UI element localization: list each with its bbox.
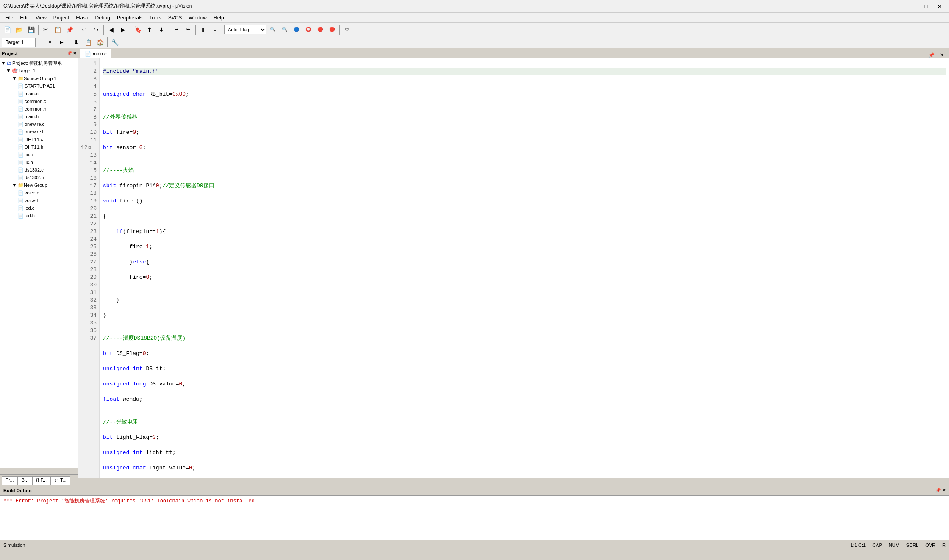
tb8[interactable]: ≡ bbox=[209, 24, 220, 35]
open-button[interactable]: 📂 bbox=[14, 24, 25, 35]
config-btn5[interactable]: 🔴 bbox=[315, 24, 326, 35]
project-scrollbar-x[interactable] bbox=[0, 468, 78, 474]
file-label-voice-c: voice.c bbox=[25, 190, 39, 195]
panel-close-btn[interactable]: ✕ bbox=[73, 51, 76, 55]
tree-file-iic-c[interactable]: 📄 iic.c bbox=[0, 151, 78, 158]
tab-functions[interactable]: {} F... bbox=[32, 476, 50, 485]
code-content[interactable]: #include "main.h" unsigned char RB_bit=0… bbox=[100, 58, 949, 478]
code-editor[interactable]: 1 2 3 4 5 6 7 8 9 10 11 12 ⊟ 13 14 15 16… bbox=[78, 58, 949, 478]
file-icon-startup: 📄 bbox=[18, 83, 24, 89]
menu-item-file[interactable]: File bbox=[2, 13, 17, 23]
save-button[interactable]: 💾 bbox=[25, 24, 36, 35]
tree-file-led-c[interactable]: 📄 led.c bbox=[0, 204, 78, 212]
menu-item-flash[interactable]: Flash bbox=[72, 13, 92, 23]
menu-item-edit[interactable]: Edit bbox=[17, 13, 32, 23]
editor-area: 📄 main.c 📌 ✕ 1 2 3 4 5 6 7 8 9 10 bbox=[78, 48, 949, 485]
menu-item-peripherals[interactable]: Peripherals bbox=[114, 13, 146, 23]
build-btn2[interactable]: ▶ bbox=[56, 37, 67, 48]
special-btn[interactable]: 🔧 bbox=[109, 37, 120, 48]
build-close-btn[interactable]: ✕ bbox=[942, 488, 946, 493]
tree-file-ds1302-h[interactable]: 📄 ds1302.h bbox=[0, 174, 78, 181]
status-left: Simulation bbox=[3, 543, 25, 548]
tab-file-icon: 📄 bbox=[85, 51, 91, 57]
maximize-button[interactable]: □ bbox=[920, 2, 932, 11]
menu-item-tools[interactable]: Tools bbox=[146, 13, 165, 23]
config-btn2[interactable]: 🔍 bbox=[279, 24, 290, 35]
cut-button[interactable]: ✂ bbox=[40, 24, 51, 35]
nav-fwd-button[interactable]: ▶ bbox=[117, 24, 128, 35]
tab-pin-btn[interactable]: 📌 bbox=[927, 52, 936, 58]
prev-bookmark-button[interactable]: ⬆ bbox=[144, 24, 155, 35]
build-output-panel: Build Output 📌 ✕ *** Error: Project '智能机… bbox=[0, 485, 949, 540]
tree-file-onewire-c[interactable]: 📄 onewire.c bbox=[0, 120, 78, 128]
statusbar: Simulation L:1 C:1 CAP NUM SCRL OVR R bbox=[0, 540, 949, 550]
tree-file-dht11-h[interactable]: 📄 DHT11.h bbox=[0, 143, 78, 151]
paste-button[interactable]: 📌 bbox=[64, 24, 75, 35]
tree-new-group[interactable]: ▼ 📁 New Group bbox=[0, 181, 78, 189]
menu-item-view[interactable]: View bbox=[32, 13, 50, 23]
build-error-text: *** Error: Project '智能机房管理系统' requires '… bbox=[3, 497, 946, 505]
file-label-main-c: main.c bbox=[25, 91, 38, 96]
config-combo[interactable]: Auto_Flag bbox=[224, 25, 266, 34]
undo-button[interactable]: ↩ bbox=[79, 24, 90, 35]
nav-back-button[interactable]: ◀ bbox=[105, 24, 117, 35]
menu-item-project[interactable]: Project bbox=[50, 13, 72, 23]
tab-books[interactable]: B... bbox=[18, 476, 33, 485]
unindent-button[interactable]: ⇤ bbox=[183, 24, 194, 35]
tree-file-main-h[interactable]: 📄 main.h bbox=[0, 113, 78, 120]
build-btn1[interactable]: ✕ bbox=[44, 37, 55, 48]
file-label-common-h: common.h bbox=[25, 106, 46, 111]
menu-item-svcs[interactable]: SVCS bbox=[165, 13, 186, 23]
code-line-19: } bbox=[103, 312, 946, 319]
build-pin-btn[interactable]: 📌 bbox=[935, 488, 941, 493]
config-btn1[interactable]: 🔍 bbox=[267, 24, 278, 35]
panel-pin-btn[interactable]: 📌 bbox=[67, 51, 72, 55]
target-icon: 🎯 bbox=[12, 68, 18, 74]
download-btn[interactable]: ⬇ bbox=[71, 37, 82, 48]
tree-file-dht11-c[interactable]: 📄 DHT11.c bbox=[0, 136, 78, 143]
tree-file-startup[interactable]: 📄 STARTUP.A51 bbox=[0, 82, 78, 90]
tree-root[interactable]: ▼ 🗂 Project: 智能机房管理系 bbox=[0, 59, 78, 67]
tree-file-voice-h[interactable]: 📄 voice.h bbox=[0, 197, 78, 204]
sep1 bbox=[38, 25, 39, 35]
close-button[interactable]: ✕ bbox=[934, 2, 946, 11]
tree-file-voice-c[interactable]: 📄 voice.c bbox=[0, 189, 78, 197]
tab-controls: 📌 ✕ bbox=[927, 52, 947, 58]
tree-file-iic-h[interactable]: 📄 iic.h bbox=[0, 158, 78, 166]
minimize-button[interactable]: — bbox=[907, 2, 918, 11]
config-btn4[interactable]: ⭕ bbox=[303, 24, 314, 35]
file-icon-iic-h: 📄 bbox=[18, 160, 24, 165]
tree-file-main-c[interactable]: 📄 main.c bbox=[0, 90, 78, 97]
tree-target[interactable]: ▼ 🎯 Target 1 bbox=[0, 67, 78, 75]
config-btn3[interactable]: 🔵 bbox=[291, 24, 302, 35]
root-expand-icon: ▼ bbox=[1, 60, 6, 66]
tree-file-common-h[interactable]: 📄 common.h bbox=[0, 105, 78, 113]
config-btn6[interactable]: 🛑 bbox=[327, 24, 338, 35]
file-label-main-h: main.h bbox=[25, 114, 39, 119]
target-label: Target 1 bbox=[2, 38, 36, 47]
copy-button[interactable]: 📋 bbox=[52, 24, 63, 35]
menu-item-window[interactable]: Window bbox=[185, 13, 210, 23]
next-bookmark-button[interactable]: ⬇ bbox=[156, 24, 167, 35]
settings-btn[interactable]: ⚙ bbox=[341, 24, 352, 35]
menu-item-help[interactable]: Help bbox=[210, 13, 228, 23]
menu-item-debug[interactable]: Debug bbox=[92, 13, 114, 23]
bookmark-button[interactable]: 🔖 bbox=[132, 24, 143, 35]
editor-scrollbar-x[interactable] bbox=[78, 478, 949, 485]
tab-templates[interactable]: ↕↑ T... bbox=[50, 476, 70, 485]
settings-btn2[interactable]: 📋 bbox=[83, 37, 94, 48]
tree-file-ds1302-c[interactable]: 📄 ds1302.c bbox=[0, 166, 78, 174]
tab-project[interactable]: Pr... bbox=[2, 476, 18, 485]
tb7[interactable]: || bbox=[197, 24, 208, 35]
tab-close-btn[interactable]: ✕ bbox=[938, 52, 946, 58]
tree-file-led-h[interactable]: 📄 led.h bbox=[0, 212, 78, 219]
sep5 bbox=[169, 25, 169, 35]
new-button[interactable]: 📄 bbox=[2, 24, 13, 35]
home-btn[interactable]: 🏠 bbox=[94, 37, 105, 48]
tree-file-onewire-h[interactable]: 📄 onewire.h bbox=[0, 128, 78, 136]
editor-tab-main-c[interactable]: 📄 main.c bbox=[80, 49, 111, 58]
tree-file-common-c[interactable]: 📄 common.c bbox=[0, 97, 78, 105]
tree-source-group[interactable]: ▼ 📁 Source Group 1 bbox=[0, 75, 78, 82]
redo-button[interactable]: ↪ bbox=[91, 24, 102, 35]
indent-button[interactable]: ⇥ bbox=[171, 24, 182, 35]
